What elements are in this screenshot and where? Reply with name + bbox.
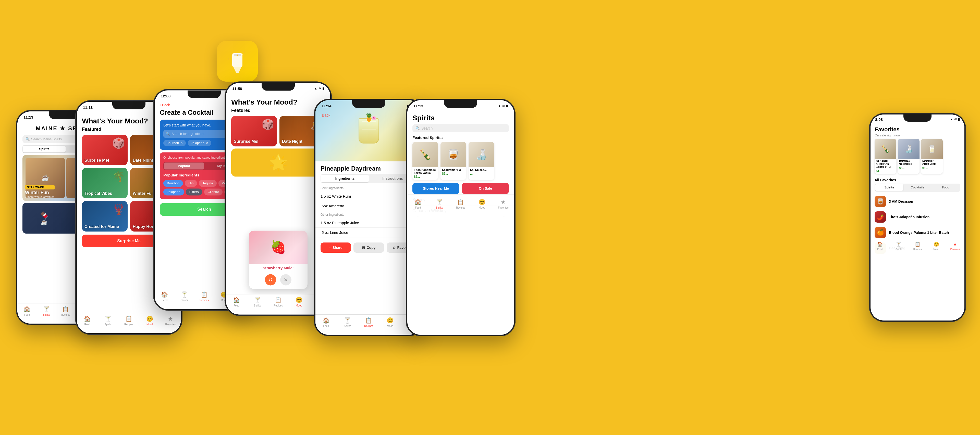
phone6-time: 11:13 [414,104,423,108]
p6-signal-icon: ▲ [498,104,501,108]
p6-tab-mood[interactable]: 😊 Mood [476,199,488,209]
fav-tab-cocktails[interactable]: Cocktails [904,184,932,191]
seagrams-price: $5... [441,172,466,177]
p3-tab-spirits[interactable]: 🍸 Spirits [178,291,191,302]
p3-feed-label: Feed [162,299,167,302]
fav-titos[interactable]: 🌶️ Tito's Jalapeño Infusion [870,210,964,225]
close-button[interactable]: ✕ [280,274,291,285]
p6-tab-recipes[interactable]: 📋 Recipes [454,199,467,209]
share-button[interactable]: ↑ Share [321,243,351,253]
sal-image: 🍶 [469,142,494,167]
phone4-title: What's Your Mood? [231,98,325,106]
fav-tab-spirits[interactable]: Spirits [875,184,904,191]
svg-text:✦: ✦ [243,63,245,65]
seg-spirits[interactable]: Spirits [23,146,65,152]
jalapeno-label: Jalapeno [191,141,204,145]
p5-tab-feed[interactable]: 🏠 Feed [320,317,332,327]
sale-bombay[interactable]: 🍶 BOMBAY SAPPHIRE $6... [898,139,920,174]
p7-spirits-icon: 🍸 [896,241,901,247]
tag-cilantro[interactable]: Cilantro [204,189,223,195]
strawberry-label: Strawberry Mule! [249,264,307,272]
happy-label: Happy Hour [133,224,156,229]
p7-tab-recipes[interactable]: 📋 Recipes [911,241,924,251]
sal-price: ... [469,172,494,177]
p5-back-button[interactable]: ‹ Back [320,113,330,117]
ingredients-tab[interactable]: Ingredients [321,175,369,182]
p7-tab-mood[interactable]: 😊 Mood [930,241,943,251]
p6-recipes-label: Recipes [456,206,465,209]
stores-near-me-btn[interactable]: Stores Near Me [412,183,460,194]
remove-bourbon-icon[interactable]: ✕ [180,141,183,144]
p2-mood-label: Mood [146,323,153,326]
tag-bitters[interactable]: Bitters [186,189,202,195]
tag-bourbon[interactable]: Bourbon ✕ [163,140,186,146]
p2-feed-label: Feed [84,323,90,326]
on-sale-btn[interactable]: On Sale [462,183,509,194]
p3-tab-feed[interactable]: 🏠 Feed [158,291,171,302]
remove-jalapeno-icon[interactable]: ✕ [206,141,208,144]
p5-tab-mood[interactable]: 😊 Mood [384,317,396,327]
phone4-time: 11:58 [232,86,242,91]
spirits-search[interactable]: 🔍 Search [412,124,509,132]
p4-tab-mood[interactable]: 😊 Mood [293,297,305,307]
flower-emoji: 🌸 [371,116,376,121]
p4-tab-spirits[interactable]: 🍸 Spirits [251,297,264,307]
p4-mood-label: Mood [296,304,302,307]
created-bg: 🦞 Created for Maine [82,201,127,232]
phone-favorites: 8:08 ▲ ≋ ▮ Favorites On sale right now: … [869,113,966,322]
p2-tab-favorites[interactable]: ★ Favorites [164,316,177,326]
spirit-card-seagrams[interactable]: 🥃 Seagrams V O $5... [441,142,466,180]
p2-tab-feed[interactable]: 🏠 Feed [81,316,94,326]
p7-tab-favorites[interactable]: ★ Favorites [948,241,961,251]
search-placeholder-3: Search for Ingredients [172,132,204,136]
copy-label: Copy [366,246,375,249]
titos-name: Titos Handmade Texas Vodka [412,167,438,175]
p4-tab-recipes[interactable]: 📋 Recipes [272,297,285,307]
phone7-notch [904,114,932,122]
p6-mood-label: Mood [479,206,485,209]
p6-battery-icon: ▮ [506,104,508,108]
mood-card-created[interactable]: 🦞 Created for Maine [82,201,127,232]
p6-tab-feed[interactable]: 🏠 Feed [412,199,425,209]
p6-tab-favorites[interactable]: ★ Favorites [497,199,510,209]
surprise-label: Surprise Me! [84,158,109,163]
mood-card-surprise[interactable]: 🎲 Surprise Me! [82,135,127,165]
p4-feed-label: Feed [234,304,239,307]
copy-button[interactable]: ⊡ Copy [353,243,384,253]
p7-tab-spirits[interactable]: 🍸 Spirits [892,241,905,251]
tag-gin[interactable]: Gin [185,180,197,187]
tag-bourbon-pop[interactable]: Bourbon [163,180,183,187]
fav-tab-food[interactable]: Food [932,184,960,191]
tag-jalapeno-pop[interactable]: Jalapeno [163,189,184,195]
spirit-card-titos[interactable]: 🍾 Titos Handmade Texas Vodka $5... [412,142,438,180]
p7-feed-icon: 🏠 [877,241,883,247]
p2-tab-spirits[interactable]: 🍸 Spirits [102,316,115,326]
p5-back-label: Back [322,113,330,117]
spirit-card-sal[interactable]: 🍶 Sal Spiced... ... [469,142,494,180]
fav-3am-decision[interactable]: 🥃 3 AM Decision [870,194,964,210]
p2-tab-recipes[interactable]: 📋 Recipes [123,316,135,326]
p5-tab-spirits[interactable]: 🍸 Spirits [341,317,354,327]
p3-tab-recipes[interactable]: 📋 Recipes [198,291,210,302]
tab-spirits[interactable]: 🍸 Spirits [40,306,52,316]
mood-card-tropical[interactable]: 🌴 Tropical Vibes [82,168,127,198]
tag-jalapeno[interactable]: Jalapeno ✕ [188,140,211,146]
fav-blood-orange[interactable]: 🍊 Blood Orange Paloma 1 Liter Batch [870,225,964,240]
p7-tab-feed[interactable]: 🏠 Feed [873,241,886,251]
p4-mood-icon: 😊 [296,297,302,303]
refresh-button[interactable]: ↺ [265,274,276,285]
p5-tab-recipes[interactable]: 📋 Recipes [363,317,375,327]
tab-feed[interactable]: 🏠 Feed [21,306,33,316]
p4-tab-feed[interactable]: 🏠 Feed [230,297,243,307]
shaker-svg: ✦ ✦ ✦ [224,47,250,75]
sale-nooku[interactable]: 🥛 NOOKU B... CREAM PE... $3... [921,139,943,174]
phone7-tab-bar: 🏠 Feed 🍸 Spirits 📋 Recipes 😊 Mood [870,239,964,256]
p4-mood-surprise[interactable]: 🎲 Surprise Me! [231,116,277,146]
seagrams-image: 🥃 [441,142,466,167]
p6-tab-spirits[interactable]: 🍸 Spirits [433,199,445,209]
p2-tab-mood[interactable]: 😊 Mood [143,316,156,326]
sale-bacardi[interactable]: 🍾 BACARDI SUPERIOR WHITE RUM $4... [875,139,896,174]
tab-recipes[interactable]: 📋 Recipes [59,306,72,316]
popular-tab[interactable]: Popular [164,162,204,169]
tag-tequila[interactable]: Tequila [199,180,216,187]
